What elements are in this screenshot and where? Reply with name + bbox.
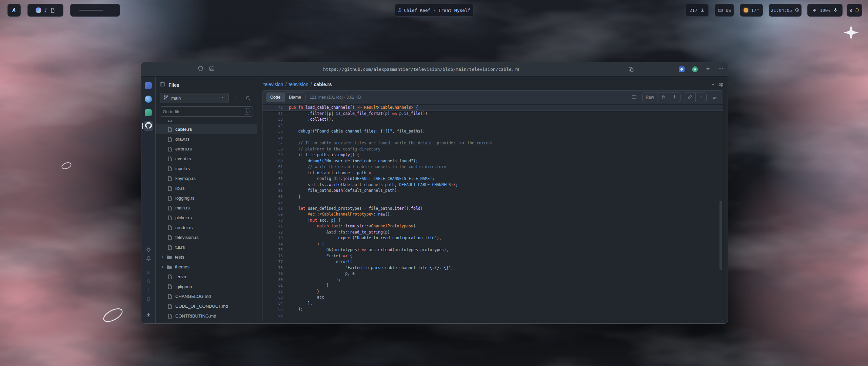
tree-item-.envrc[interactable]: .envrc xyxy=(156,272,257,282)
add-file-button[interactable] xyxy=(231,93,241,103)
edit-dropdown-caret-icon[interactable] xyxy=(695,93,706,102)
line-number[interactable]: 52 xyxy=(262,111,289,117)
line-number[interactable]: 79 xyxy=(262,271,289,277)
media-panel-icon[interactable]: ♪ xyxy=(141,285,155,294)
tab-code[interactable]: Code xyxy=(266,93,284,102)
collapse-sidebar-icon[interactable] xyxy=(160,82,165,88)
breadcrumb-folder-link[interactable]: television xyxy=(289,82,308,87)
search-repo-button[interactable] xyxy=(243,93,253,103)
extension-blue-icon[interactable] xyxy=(679,66,685,72)
go-to-file-input[interactable] xyxy=(163,109,242,114)
tab-app-1[interactable] xyxy=(141,81,155,90)
tree-item-tests[interactable]: tests xyxy=(156,252,257,262)
tree-item-render.rs[interactable]: render.rs xyxy=(156,223,257,232)
media-widget[interactable]: ♫ Chief Keef - Treat Myself xyxy=(395,4,474,17)
scrollbar-thumb[interactable] xyxy=(719,201,722,270)
raw-button[interactable]: Raw xyxy=(643,93,657,102)
tree-item-themes[interactable]: themes xyxy=(156,262,257,272)
line-number[interactable]: 78 xyxy=(262,265,289,271)
tree-item-lib.rs[interactable]: lib.rs xyxy=(156,183,257,193)
taskbar-apps-module[interactable]: ♪ xyxy=(27,4,63,17)
download-raw-icon[interactable] xyxy=(669,93,680,102)
line-number[interactable]: 86 xyxy=(262,312,289,319)
line-number[interactable]: 71 xyxy=(262,223,289,229)
line-number[interactable]: 65 xyxy=(262,188,289,194)
line-number[interactable]: 59 xyxy=(262,152,289,158)
line-number[interactable]: 68 xyxy=(262,206,289,212)
line-number[interactable]: 62 xyxy=(262,170,289,176)
network-traffic-module[interactable]: 217 xyxy=(686,4,709,17)
tree-item-input.rs[interactable]: input.rs xyxy=(156,164,257,174)
line-number[interactable]: 83 xyxy=(262,294,289,301)
window-title-module[interactable] xyxy=(70,4,120,17)
breadcrumb-repo-link[interactable]: television xyxy=(263,82,283,87)
line-number[interactable]: 70 xyxy=(262,218,289,224)
music-note-icon[interactable]: ♪ xyxy=(44,7,47,13)
tree-item-CHANGELOG.md[interactable]: CHANGELOG.md xyxy=(156,291,257,301)
browser-menu-icon[interactable] xyxy=(718,66,724,73)
trash-icon[interactable] xyxy=(141,294,155,303)
line-number[interactable]: 60 xyxy=(262,158,289,164)
line-number[interactable]: 82 xyxy=(262,289,289,295)
line-number[interactable]: 63 xyxy=(262,176,289,182)
copy-link-icon[interactable] xyxy=(629,67,634,72)
downloads-icon[interactable] xyxy=(141,310,155,319)
tree-item-logging.rs[interactable]: logging.rs xyxy=(156,193,257,203)
line-number[interactable]: 80 xyxy=(262,277,289,283)
clock-module[interactable]: 21:04:05 xyxy=(769,4,802,17)
back-to-top-link[interactable]: Top xyxy=(711,82,723,87)
line-number[interactable]: 57 xyxy=(262,140,289,146)
tree-item-keymap.rs[interactable]: keymap.rs xyxy=(156,174,257,183)
notifications-icon[interactable] xyxy=(141,254,155,263)
tree-item-tui.rs[interactable]: tui.rs xyxy=(156,242,257,252)
tree-item-picker.rs[interactable]: picker.rs xyxy=(156,213,257,223)
tree-item-clipped[interactable] xyxy=(156,321,257,323)
line-number[interactable]: 67 xyxy=(262,200,289,206)
tree-item-television.rs[interactable]: television.rs xyxy=(156,232,257,242)
line-number[interactable]: 61 xyxy=(262,164,289,170)
tab-blame[interactable]: Blame xyxy=(284,93,305,102)
tree-item-draw.rs[interactable]: draw.rs xyxy=(156,134,257,144)
weather-module[interactable]: 17° xyxy=(740,4,763,17)
tree-item-CODE_OF_CONDUCT.md[interactable]: CODE_OF_CONDUCT.md xyxy=(156,301,257,311)
branch-selector[interactable]: main xyxy=(160,93,229,103)
tab-app-3[interactable] xyxy=(141,108,155,117)
star-icon[interactable] xyxy=(705,66,711,73)
line-number[interactable]: 53 xyxy=(262,117,289,123)
launcher-button[interactable]: A xyxy=(7,4,21,17)
line-number[interactable]: 84 xyxy=(262,301,289,307)
line-number[interactable]: 58 xyxy=(262,146,289,152)
line-number[interactable]: 43 xyxy=(262,105,289,110)
line-number[interactable]: 76 xyxy=(262,253,289,259)
line-number[interactable]: 75 xyxy=(262,247,289,253)
extension-green-icon[interactable] xyxy=(692,66,698,72)
line-number[interactable]: 69 xyxy=(262,211,289,218)
copy-raw-icon[interactable] xyxy=(657,93,669,102)
tree-item-clipped[interactable] xyxy=(156,120,257,124)
tab-github-active[interactable] xyxy=(141,121,155,131)
locate-icon[interactable] xyxy=(141,245,155,254)
history-icon[interactable] xyxy=(141,268,155,277)
line-number[interactable]: 81 xyxy=(262,283,289,289)
lock-icon[interactable] xyxy=(141,277,155,285)
tree-item-event.rs[interactable]: event.rs xyxy=(156,154,257,164)
volume-module[interactable]: 100% xyxy=(807,4,843,17)
line-number[interactable]: 55 xyxy=(262,128,289,135)
document-icon[interactable] xyxy=(50,8,55,13)
tree-item-cable.rs[interactable]: cable.rs xyxy=(156,124,257,134)
monitor-icon[interactable] xyxy=(629,93,639,102)
line-number[interactable]: 85 xyxy=(262,306,289,312)
workspace-swirl-icon[interactable] xyxy=(36,7,41,13)
tree-item-.gitignore[interactable]: .gitignore xyxy=(156,282,257,291)
line-number[interactable]: 56 xyxy=(262,135,289,141)
url-bar[interactable]: https://github.com/alexpasmantier/televi… xyxy=(141,67,701,72)
symbols-panel-icon[interactable] xyxy=(710,93,719,102)
line-number[interactable]: 72 xyxy=(262,229,289,236)
line-number[interactable]: 74 xyxy=(262,241,289,247)
tree-item-main.rs[interactable]: main.rs xyxy=(156,203,257,213)
line-number[interactable]: 66 xyxy=(262,194,289,200)
tab-app-2[interactable] xyxy=(141,94,155,104)
line-number[interactable]: 73 xyxy=(262,235,289,241)
line-number[interactable]: 77 xyxy=(262,259,289,265)
tree-item-CONTRIBUTING.md[interactable]: CONTRIBUTING.md xyxy=(156,311,257,321)
